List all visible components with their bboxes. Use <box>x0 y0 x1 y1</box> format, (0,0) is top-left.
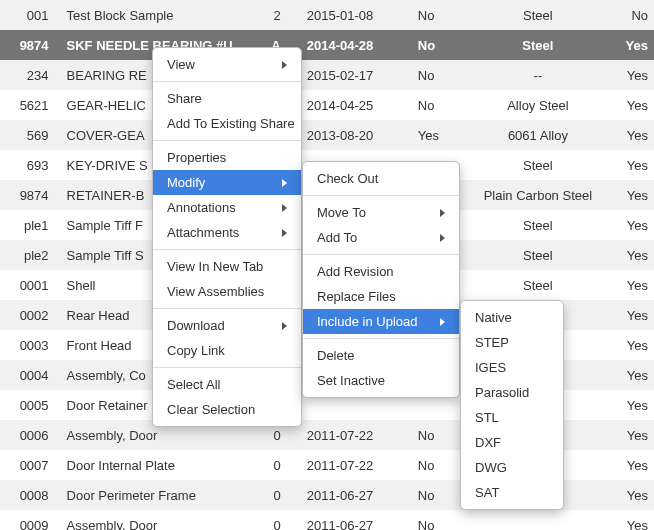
table-row[interactable]: 9874SKF NEEDLE BEARING #UA2014-04-28NoSt… <box>0 30 654 60</box>
menu-separator <box>153 140 301 141</box>
menu-item-modify[interactable]: Modify <box>153 170 301 195</box>
chevron-right-icon <box>282 204 287 212</box>
menu-item-step[interactable]: STEP <box>461 330 563 355</box>
cell: 2015-02-17 <box>301 60 412 90</box>
cell: Yes <box>604 60 655 90</box>
cell: Yes <box>604 480 655 510</box>
cell: 2013-08-20 <box>301 120 412 150</box>
menu-separator <box>303 195 459 196</box>
cell: No <box>412 30 473 60</box>
cell: No <box>412 60 473 90</box>
menu-item-parasolid[interactable]: Parasolid <box>461 380 563 405</box>
cell: No <box>412 90 473 120</box>
table-row[interactable]: 569COVER-GEA2013-08-20Yes6061 AlloyYes <box>0 120 654 150</box>
cell: 0 <box>252 450 300 480</box>
menu-item-add-to-existing-share[interactable]: Add To Existing Share <box>153 111 301 136</box>
table-row[interactable]: 5621GEAR-HELIC2014-04-25NoAlloy SteelYes <box>0 90 654 120</box>
menu-item-dxf[interactable]: DXF <box>461 430 563 455</box>
menu-item-dwg[interactable]: DWG <box>461 455 563 480</box>
context-menu: View Share Add To Existing Share Propert… <box>152 47 302 427</box>
cell: 6061 Alloy <box>472 120 603 150</box>
cell: Yes <box>604 390 655 420</box>
cell: Plain Carbon Steel <box>472 180 603 210</box>
menu-item-move-to[interactable]: Move To <box>303 200 459 225</box>
menu-separator <box>153 308 301 309</box>
cell: ple2 <box>0 240 61 270</box>
cell: 0004 <box>0 360 61 390</box>
cell: 001 <box>0 0 61 30</box>
menu-item-iges[interactable]: IGES <box>461 355 563 380</box>
cell: 2011-06-27 <box>301 480 412 510</box>
cell: 0 <box>252 510 300 530</box>
cell: 2011-07-22 <box>301 450 412 480</box>
menu-item-properties[interactable]: Properties <box>153 145 301 170</box>
menu-item-check-out[interactable]: Check Out <box>303 166 459 191</box>
menu-item-add-to[interactable]: Add To <box>303 225 459 250</box>
menu-separator <box>153 81 301 82</box>
upload-format-submenu: Native STEP IGES Parasolid STL DXF DWG S… <box>460 300 564 510</box>
cell: Test Block Sample <box>61 0 253 30</box>
chevron-right-icon <box>440 234 445 242</box>
menu-item-clear-selection[interactable]: Clear Selection <box>153 397 301 422</box>
cell: 693 <box>0 150 61 180</box>
menu-item-select-all[interactable]: Select All <box>153 372 301 397</box>
menu-item-delete[interactable]: Delete <box>303 343 459 368</box>
cell: 5621 <box>0 90 61 120</box>
cell: Yes <box>604 120 655 150</box>
menu-item-attachments[interactable]: Attachments <box>153 220 301 245</box>
table-row[interactable]: 001Test Block Sample22015-01-08NoSteelNo <box>0 0 654 30</box>
menu-item-add-revision[interactable]: Add Revision <box>303 259 459 284</box>
cell: Yes <box>604 300 655 330</box>
cell: -- <box>472 60 603 90</box>
table-row[interactable]: 0009Assembly, Door02011-06-27NoYes <box>0 510 654 530</box>
cell: Steel <box>472 150 603 180</box>
menu-item-replace-files[interactable]: Replace Files <box>303 284 459 309</box>
cell: Yes <box>604 420 655 450</box>
cell: 2015-01-08 <box>301 0 412 30</box>
chevron-right-icon <box>440 209 445 217</box>
cell: 0009 <box>0 510 61 530</box>
cell: Yes <box>604 450 655 480</box>
cell: Door Internal Plate <box>61 450 253 480</box>
cell: 9874 <box>0 180 61 210</box>
menu-item-stl[interactable]: STL <box>461 405 563 430</box>
cell: Steel <box>472 210 603 240</box>
menu-item-view[interactable]: View <box>153 52 301 77</box>
chevron-right-icon <box>282 229 287 237</box>
menu-item-view-in-new-tab[interactable]: View In New Tab <box>153 254 301 279</box>
cell: 2014-04-28 <box>301 30 412 60</box>
menu-item-copy-link[interactable]: Copy Link <box>153 338 301 363</box>
table-row[interactable]: 234BEARING RE2015-02-17No--Yes <box>0 60 654 90</box>
cell: Yes <box>412 120 473 150</box>
menu-item-download[interactable]: Download <box>153 313 301 338</box>
cell: 0007 <box>0 450 61 480</box>
menu-item-set-inactive[interactable]: Set Inactive <box>303 368 459 393</box>
menu-item-native[interactable]: Native <box>461 305 563 330</box>
cell: 0003 <box>0 330 61 360</box>
cell: 0005 <box>0 390 61 420</box>
cell: Yes <box>604 30 655 60</box>
chevron-right-icon <box>440 318 445 326</box>
cell: No <box>412 0 473 30</box>
menu-item-include-in-upload[interactable]: Include in Upload <box>303 309 459 334</box>
cell: 0 <box>252 480 300 510</box>
cell: Yes <box>604 180 655 210</box>
menu-item-share[interactable]: Share <box>153 86 301 111</box>
menu-separator <box>303 254 459 255</box>
cell: 2014-04-25 <box>301 90 412 120</box>
chevron-right-icon <box>282 322 287 330</box>
cell: 569 <box>0 120 61 150</box>
cell <box>472 510 603 530</box>
menu-separator <box>303 338 459 339</box>
chevron-right-icon <box>282 179 287 187</box>
cell: 234 <box>0 60 61 90</box>
menu-item-view-assemblies[interactable]: View Assemblies <box>153 279 301 304</box>
modify-submenu: Check Out Move To Add To Add Revision Re… <box>302 161 460 398</box>
menu-item-sat[interactable]: SAT <box>461 480 563 505</box>
cell: 0006 <box>0 420 61 450</box>
cell: Door Perimeter Frame <box>61 480 253 510</box>
cell: 0001 <box>0 270 61 300</box>
menu-item-annotations[interactable]: Annotations <box>153 195 301 220</box>
cell: Steel <box>472 0 603 30</box>
cell: Yes <box>604 240 655 270</box>
